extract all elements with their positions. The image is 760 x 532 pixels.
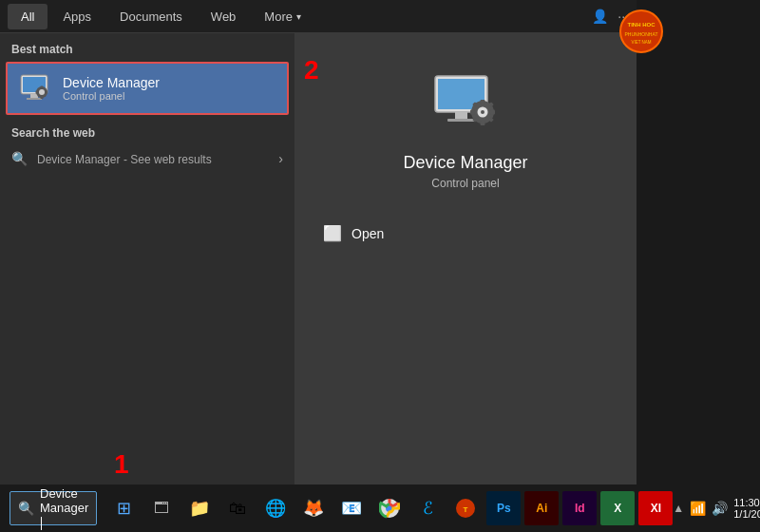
web-section-label: Search the web <box>0 115 294 145</box>
system-tray: ▲ 📶 🔊 11:30 AM1/1/2024 🔔 <box>673 497 760 520</box>
indesign-button[interactable]: Id <box>562 491 597 525</box>
web-search-item[interactable]: 🔍 Device Manager - See web results › <box>0 145 294 172</box>
tab-all[interactable]: All <box>8 4 48 29</box>
chevron-right-icon: › <box>278 151 283 166</box>
text-cursor <box>41 517 42 530</box>
taskbar-icons: ⊞ 🗔 📁 🛍 🌐 🦊 📧 ℰ T <box>106 491 673 525</box>
search-tabs: All Apps Documents Web More ▾ 👤 ··· <box>0 0 636 33</box>
wifi-icon[interactable]: 📶 <box>690 501 706 516</box>
svg-rect-17 <box>480 100 484 104</box>
app-name-large: Device Manager <box>403 153 527 173</box>
chevron-down-icon: ▾ <box>296 11 301 22</box>
tab-documents[interactable]: Documents <box>106 4 196 29</box>
ie-button[interactable]: ℰ <box>410 491 445 525</box>
right-panel: Device Manager Control panel ⬜ Open <box>294 33 636 484</box>
illustrator-button[interactable]: Ai <box>524 491 559 525</box>
volume-icon[interactable]: 🔊 <box>712 501 728 516</box>
svg-text:VIET NAM: VIET NAM <box>631 40 651 45</box>
svg-rect-3 <box>27 98 42 100</box>
tray-icon-1[interactable]: ▲ <box>673 502 684 515</box>
excel-button[interactable]: X <box>600 491 635 525</box>
taskbar-search-icon: 🔍 <box>18 501 34 516</box>
search-web-icon: 🔍 <box>11 151 28 166</box>
app-type-large: Control panel <box>431 177 499 190</box>
web-search-text: Device Manager - See web results <box>37 152 269 166</box>
annotation-1: 1 <box>114 449 129 480</box>
tab-web[interactable]: Web <box>198 4 250 29</box>
left-panel: Best match <box>0 33 294 484</box>
svg-rect-8 <box>36 91 39 94</box>
svg-text:T: T <box>464 505 468 514</box>
search-box[interactable]: 🔍 Device Manager <box>10 491 97 525</box>
svg-rect-20 <box>490 109 495 114</box>
store-button[interactable]: 🛍 <box>220 491 255 525</box>
tab-apps[interactable]: Apps <box>49 4 104 29</box>
file-explorer-button[interactable]: 📁 <box>182 491 217 525</box>
search-content: Best match <box>0 33 636 484</box>
svg-rect-12 <box>455 112 467 119</box>
search-box-text: Device Manager <box>40 486 88 530</box>
photoshop-button[interactable]: Ps <box>486 491 521 525</box>
best-match-subtitle: Control panel <box>63 90 160 102</box>
svg-rect-9 <box>45 91 48 94</box>
open-action[interactable]: ⬜ Open <box>314 218 618 248</box>
other-button[interactable]: XI <box>638 491 673 525</box>
mail-button[interactable]: 📧 <box>334 491 369 525</box>
open-icon: ⬜ <box>323 224 342 242</box>
best-match-text: Device Manager Control panel <box>63 75 160 102</box>
tab-more[interactable]: More ▾ <box>251 4 314 29</box>
best-match-item[interactable]: Device Manager Control panel <box>6 62 289 115</box>
windows-button[interactable]: ⊞ <box>106 491 141 525</box>
app-icon-large <box>428 71 504 138</box>
clock: 11:30 AM1/1/2024 <box>733 497 760 520</box>
svg-point-16 <box>481 110 484 114</box>
svg-text:PHUNHONHAT: PHUNHONHAT <box>625 31 658 37</box>
annotation-2: 2 <box>304 55 319 86</box>
task-view-button[interactable]: 🗔 <box>144 491 179 525</box>
svg-rect-19 <box>470 109 475 114</box>
svg-rect-7 <box>41 96 44 99</box>
svg-rect-18 <box>480 121 484 125</box>
svg-rect-13 <box>447 119 475 122</box>
chrome-button[interactable] <box>372 491 407 525</box>
user-icon[interactable]: 👤 <box>592 9 608 24</box>
best-match-label: Best match <box>0 33 294 62</box>
svg-text:TINH HOC: TINH HOC <box>628 22 656 28</box>
edge-button[interactable]: 🌐 <box>258 491 293 525</box>
brand-taskbar-icon[interactable]: T <box>448 491 483 525</box>
svg-rect-6 <box>41 86 44 89</box>
svg-point-5 <box>39 89 45 95</box>
brand-logo: TINH HOC PHUNHONHAT VIET NAM <box>618 8 665 55</box>
device-manager-icon <box>17 71 51 105</box>
firefox-button[interactable]: 🦊 <box>296 491 331 525</box>
best-match-title: Device Manager <box>63 75 160 90</box>
taskbar: 🔍 Device Manager ⊞ 🗔 📁 🛍 🌐 🦊 📧 <box>0 484 760 532</box>
open-label: Open <box>352 226 384 241</box>
